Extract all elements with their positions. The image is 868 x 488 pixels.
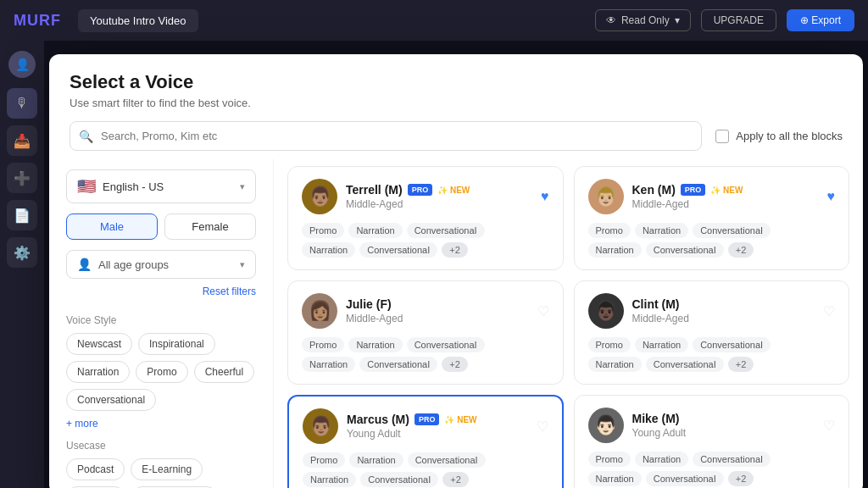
like-button[interactable]: ♡ — [537, 419, 548, 435]
voice-tag: Narration — [348, 223, 402, 238]
eye-icon: 👁 — [606, 14, 616, 26]
voice-tag-plus: +2 — [728, 471, 754, 486]
card-tags-row2: NarrationConversationaI +2 — [588, 357, 836, 372]
modal-title: Select a Voice — [70, 71, 843, 93]
sidebar-item-settings[interactable]: ⚙️ — [7, 237, 37, 268]
voice-tag: Promo — [588, 452, 631, 467]
age-group-select[interactable]: 👤 All age groups ▾ — [66, 250, 256, 279]
voice-tag-plus: +2 — [442, 472, 469, 487]
card-info: Mike (M) Young Adult — [632, 412, 815, 439]
sidebar-item-import[interactable]: 📥 — [7, 125, 37, 156]
card-top: 👨🏽 Terrell (M) PRO ✨ NEW Middle-Aged ♥ — [302, 179, 549, 214]
language-select[interactable]: 🇺🇸 English - US ▾ — [66, 169, 256, 203]
voice-tag-plus: +2 — [442, 242, 468, 258]
voice-tag: Narration — [302, 242, 355, 258]
voice-card[interactable]: 👨🏿 Clint (M) Middle-Aged ♡ PromoNarratio… — [574, 280, 850, 385]
voice-tag: Promo — [302, 223, 344, 238]
voice-name: Ken (M) PRO ✨ NEW — [632, 183, 819, 197]
reset-filters-button[interactable]: Reset filters — [66, 282, 256, 306]
voice-age: Middle-Aged — [632, 198, 819, 210]
voice-tag: Narration — [588, 242, 642, 258]
card-info: Clint (M) Middle-Aged — [632, 297, 815, 324]
voice-tag-plus: +2 — [728, 242, 754, 258]
card-tags-row2: NarrationConversationaI +2 — [303, 472, 548, 487]
card-info: Ken (M) PRO ✨ NEW Middle-Aged — [632, 183, 819, 210]
like-button[interactable]: ♡ — [823, 303, 835, 319]
voice-tag-plus: +2 — [728, 357, 754, 372]
voice-style-tag[interactable]: Promo — [136, 361, 187, 383]
voice-age: Middle-Aged — [632, 313, 815, 324]
voice-card[interactable]: 👨🏼 Ken (M) PRO ✨ NEW Middle-Aged ♥ Promo… — [574, 166, 850, 270]
sidebar: 👤 🎙 📥 ➕ 📄 ⚙️ — [0, 41, 44, 488]
card-info: Marcus (M) PRO ✨ NEW Young Adult — [347, 413, 528, 440]
card-top: 👨🏽 Marcus (M) PRO ✨ NEW Young Adult ♡ — [303, 408, 548, 444]
voice-tag: Promo — [302, 337, 344, 352]
voice-style-title: Voice Style — [66, 314, 256, 326]
like-button[interactable]: ♥ — [541, 189, 549, 204]
like-button[interactable]: ♡ — [823, 418, 835, 434]
voice-style-tag[interactable]: Newscast — [66, 333, 132, 355]
voice-tag: Narration — [348, 337, 402, 352]
voice-card[interactable]: 👨🏻 Mike (M) Young Adult ♡ PromoNarration… — [574, 395, 850, 488]
read-only-button[interactable]: 👁 Read Only ▾ — [595, 9, 691, 31]
voice-name: Julie (F) — [346, 297, 529, 311]
export-button[interactable]: ⊕ Export — [787, 9, 854, 31]
voice-tag: ConversationaI — [693, 337, 771, 352]
usecase-tags: PodcastE-LearningYoutubeAdvertisementPes… — [66, 458, 256, 488]
avatar: 👤 — [8, 51, 36, 78]
usecase-title: Usecase — [66, 440, 256, 452]
avatar: 👨🏿 — [588, 293, 624, 329]
gender-filter: Male Female — [66, 214, 256, 240]
sidebar-item-explore[interactable]: 🎙 — [7, 88, 37, 119]
female-gender-button[interactable]: Female — [164, 214, 256, 240]
voice-tag: Narration — [349, 452, 403, 468]
apply-all-label: Apply to all the blocks — [736, 130, 843, 142]
avatar: 👨🏼 — [588, 179, 624, 214]
upgrade-button[interactable]: UPGRADE — [701, 9, 776, 31]
voice-name: Clint (M) — [632, 297, 815, 311]
male-gender-button[interactable]: Male — [66, 214, 158, 240]
voice-card[interactable]: 👨🏽 Terrell (M) PRO ✨ NEW Middle-Aged ♥ P… — [287, 166, 564, 270]
sidebar-item-add[interactable]: ➕ — [7, 163, 37, 193]
voice-tag: ConversationaI — [646, 357, 724, 372]
chevron-down-icon: ▾ — [240, 259, 245, 270]
card-tags-row2: NarrationConversationaI +2 — [302, 242, 549, 258]
flag-icon: 🇺🇸 — [77, 177, 96, 196]
cards-panel: 👨🏽 Terrell (M) PRO ✨ NEW Middle-Aged ♥ P… — [274, 159, 863, 488]
voice-tag: ConversationaI — [646, 471, 724, 486]
search-input[interactable] — [70, 121, 702, 151]
voice-tag: ConversationaI — [693, 452, 771, 467]
usecase-tag[interactable]: E-Learning — [131, 458, 203, 480]
voice-age: Middle-Aged — [346, 313, 529, 324]
card-tags-row2: NarrationConversationaI +2 — [588, 471, 836, 486]
voice-tag: Narration — [588, 471, 642, 486]
new-badge: ✨ NEW — [437, 186, 470, 195]
voice-tag: Narration — [635, 337, 688, 352]
sidebar-item-transcript[interactable]: 📄 — [7, 200, 37, 230]
card-tags: PromoNarrationConversationaI — [588, 452, 836, 467]
language-label: English - US — [103, 180, 233, 193]
voice-name: Marcus (M) PRO ✨ NEW — [347, 413, 528, 426]
card-info: Julie (F) Middle-Aged — [346, 297, 529, 324]
like-button[interactable]: ♡ — [537, 303, 549, 319]
voice-card[interactable]: 👩🏽 Julie (F) Middle-Aged ♡ PromoNarratio… — [287, 280, 564, 385]
voice-style-tag[interactable]: Inspirational — [138, 333, 215, 355]
voice-tag: Narration — [588, 357, 642, 372]
voice-card[interactable]: 👨🏽 Marcus (M) PRO ✨ NEW Young Adult ♡ Pr… — [287, 395, 564, 488]
modal-header: Select a Voice Use smart filter to find … — [49, 54, 863, 109]
more-voice-styles-link[interactable]: + more — [66, 418, 256, 430]
apply-all-checkbox[interactable] — [715, 130, 729, 143]
like-button[interactable]: ♥ — [827, 189, 836, 204]
chevron-down-icon: ▾ — [675, 14, 680, 26]
voice-tag: ConversationaI — [693, 223, 771, 238]
new-badge: ✨ NEW — [710, 186, 743, 195]
voice-style-tag[interactable]: Narration — [66, 361, 130, 383]
avatar: 👨🏽 — [302, 179, 337, 214]
card-top: 👨🏻 Mike (M) Young Adult ♡ — [588, 408, 836, 443]
voice-age: Young Adult — [632, 427, 815, 439]
voice-style-tag[interactable]: Cheerful — [194, 361, 254, 383]
card-tags-row2: NarrationConversationaI +2 — [588, 242, 836, 258]
voice-style-tag[interactable]: Conversational — [66, 389, 156, 411]
card-top: 👨🏼 Ken (M) PRO ✨ NEW Middle-Aged ♥ — [588, 179, 836, 214]
usecase-tag[interactable]: Podcast — [66, 458, 125, 480]
